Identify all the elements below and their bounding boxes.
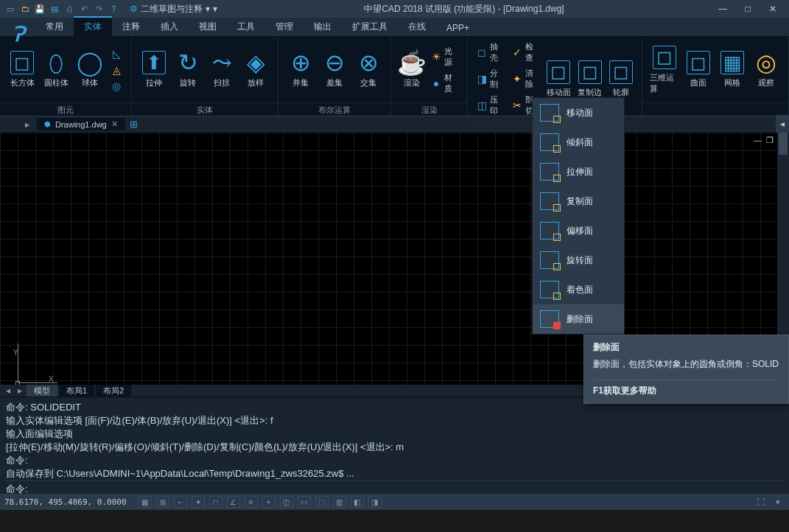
layout-tab-model[interactable]: 模型 [27, 385, 57, 397]
tab-common[interactable]: 常用 [35, 18, 74, 36]
right-panel-toggle[interactable]: ◂ [776, 115, 789, 133]
tab-view[interactable]: 视图 [189, 18, 227, 36]
misc-toggle-4[interactable]: ◨ [368, 496, 382, 508]
dd-move-face[interactable]: 移动面 [533, 98, 624, 127]
copyedge-button[interactable]: ◻复制边 [575, 59, 604, 99]
face-edit-dropdown: 移动面 倾斜面 拉伸面 复制面 偏移面 旋转面 着色面 删除面 [532, 97, 625, 335]
ribbon-group-solid: ⬆拉伸 ↻旋转 ⤳扫掠 ◈放样 实体 [132, 37, 278, 116]
doc-minimize-button[interactable]: — [754, 136, 762, 145]
misc-toggle-3[interactable]: ◧ [351, 496, 364, 508]
ribbon-group-view: ◻三维运算 ◻曲面 ▦网格 ◎观察 [642, 37, 789, 116]
extrude-button[interactable]: ⬆拉伸 [138, 49, 170, 90]
dd-offset-face[interactable]: 偏移面 [533, 216, 624, 245]
otrack-toggle[interactable]: ∠ [227, 496, 240, 508]
torus-button[interactable]: ◎ [108, 79, 125, 94]
polar-toggle[interactable]: ✦ [192, 496, 205, 508]
redo-icon[interactable]: ↷ [93, 3, 105, 15]
light-button[interactable]: ☀光源 [428, 44, 461, 69]
expand-icon[interactable]: ⛶ [754, 496, 767, 508]
settings-icon[interactable]: ▾ [771, 496, 785, 508]
tab-manage[interactable]: 管理 [265, 18, 304, 36]
tab-tools[interactable]: 工具 [227, 18, 265, 36]
new-icon[interactable]: ▭ [4, 3, 16, 15]
dd-rotate-face[interactable]: 旋转面 [533, 245, 624, 275]
osnap-toggle[interactable]: □ [209, 496, 222, 508]
dd-copy-face[interactable]: 复制面 [533, 186, 624, 216]
saveas-icon[interactable]: ▤ [49, 3, 60, 15]
union-button[interactable]: ⊕并集 [284, 49, 317, 90]
tab-output[interactable]: 输出 [304, 18, 342, 36]
ortho-toggle[interactable]: ⌐ [174, 496, 187, 508]
misc-toggle-2[interactable]: ▥ [333, 496, 346, 508]
doc-restore-button[interactable]: ❐ [766, 136, 774, 145]
check-button[interactable]: ✓检查 [509, 40, 542, 65]
moveface-button[interactable]: ◻移动面 [544, 59, 573, 99]
tab-express[interactable]: 扩展工具 [342, 18, 398, 36]
3dop-button[interactable]: ◻三维运算 [648, 44, 681, 96]
ribbon: ◻长方体 ⬯圆柱体 ◯球体 ◺ ◬ ◎ 图元 ⬆拉伸 ↻旋转 ⤳扫掠 ◈放样 实… [0, 37, 789, 116]
layout-tab-2[interactable]: 布局2 [96, 385, 131, 397]
workspace-selector[interactable]: ⚙ 二维草图与注释 ▾ ▾ [130, 3, 217, 15]
tab-online[interactable]: 在线 [398, 18, 436, 36]
undo-icon[interactable]: ↶ [78, 3, 90, 15]
misc-toggle-1[interactable]: ⬚ [315, 496, 329, 508]
document-tab[interactable]: ⬢ Drawing1.dwg ✕ [37, 118, 125, 130]
render-button[interactable]: ☕渲染 [397, 49, 427, 90]
model-toggle[interactable]: ▭ [298, 496, 311, 508]
help-icon[interactable]: ? [108, 3, 119, 15]
coordinates[interactable]: 78.6170, 495.4069, 0.0000 [4, 497, 127, 507]
command-prompt[interactable]: 命令: [6, 480, 783, 494]
app-logo[interactable]: Ɂ [4, 18, 31, 50]
layout-prev-icon[interactable]: ◂ [3, 385, 13, 396]
slice-button[interactable]: ◨分割 [474, 66, 507, 91]
grid-toggle[interactable]: ⊞ [156, 496, 169, 508]
layout-tab-1[interactable]: 布局1 [59, 385, 94, 397]
dd-extrude-face[interactable]: 拉伸面 [533, 157, 624, 186]
revolve-button[interactable]: ↻旋转 [172, 49, 204, 90]
close-button[interactable]: ✕ [761, 1, 785, 16]
tab-app[interactable]: APP+ [436, 20, 480, 36]
sweep-button[interactable]: ⤳扫掠 [206, 49, 238, 90]
tab-annotate[interactable]: 注释 [112, 18, 150, 36]
wedge-button[interactable]: ◺ [108, 46, 125, 61]
clean-button[interactable]: ✦清除 [509, 66, 542, 91]
material-button[interactable]: ●材质 [428, 71, 461, 96]
close-tab-icon[interactable]: ✕ [111, 119, 118, 129]
loft-button[interactable]: ◈放样 [239, 49, 272, 90]
observe-button[interactable]: ◎观察 [750, 49, 782, 90]
dd-color-face[interactable]: 着色面 [533, 275, 624, 304]
cone-button[interactable]: ◬ [108, 63, 125, 77]
sphere-button[interactable]: ◯球体 [74, 49, 106, 90]
subtract-button[interactable]: ⊖差集 [318, 49, 351, 90]
dd-taper-face[interactable]: 倾斜面 [533, 127, 624, 157]
maximize-button[interactable]: □ [736, 1, 760, 16]
surface-button[interactable]: ◻曲面 [682, 49, 715, 90]
tab-insert[interactable]: 插入 [150, 18, 189, 36]
group-label: 实体 [132, 102, 278, 116]
command-line[interactable]: 命令: SOLIDEDIT 输入实体编辑选项 [面(F)/边(E)/体(B)/放… [0, 396, 789, 494]
tab-solid[interactable]: 实体 [74, 16, 112, 36]
layout-next-icon[interactable]: ▸ [15, 385, 25, 396]
cylinder-button[interactable]: ⬯圆柱体 [40, 49, 72, 90]
lwt-toggle[interactable]: ≡ [245, 496, 258, 508]
cycle-toggle[interactable]: ◫ [280, 496, 293, 508]
box-button[interactable]: ◻长方体 [6, 49, 38, 90]
new-tab-button[interactable]: ⊞ [130, 119, 138, 130]
save-icon[interactable]: 💾 [34, 3, 46, 15]
intersect-button[interactable]: ⊗交集 [352, 49, 385, 90]
open-icon[interactable]: 🗀 [19, 3, 31, 15]
dyn-toggle[interactable]: + [262, 496, 276, 508]
minimize-button[interactable]: — [711, 1, 734, 16]
print-icon[interactable]: ⎙ [63, 3, 75, 15]
imprint-button[interactable]: ◫压印 [474, 93, 507, 118]
shell-button[interactable]: ◻抽壳 [474, 40, 507, 65]
mesh-button[interactable]: ▦网格 [716, 49, 748, 90]
doc-expand-icon[interactable]: ▸ [22, 119, 32, 130]
cylinder-icon: ⬯ [44, 51, 68, 74]
snap-toggle[interactable]: ▦ [138, 496, 152, 508]
group-label: 图元 [0, 102, 131, 116]
dd-delete-face[interactable]: 删除面 [533, 304, 624, 334]
revolve-icon: ↻ [176, 51, 200, 74]
silhouette-button[interactable]: ◻轮廓 [606, 59, 636, 99]
document-tabs: ▸ ⬢ Drawing1.dwg ✕ ⊞ [0, 116, 789, 133]
